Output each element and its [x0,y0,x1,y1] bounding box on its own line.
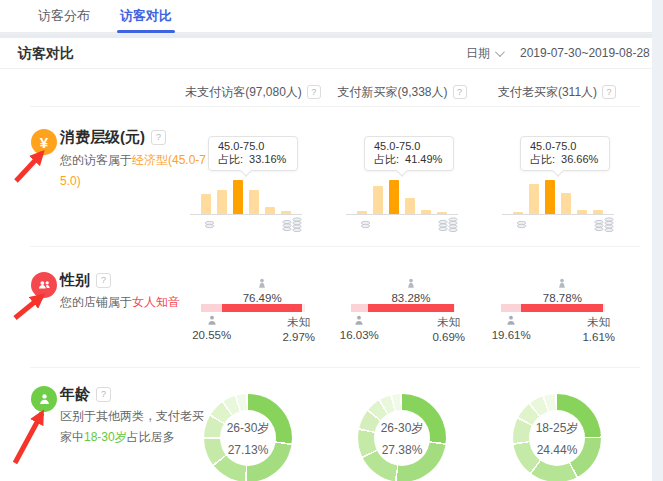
male-stat: 20.55% [192,314,231,341]
bar-chart[interactable] [346,178,458,215]
help-icon[interactable] [96,273,111,288]
coins-small-icon [360,220,371,229]
male-icon [492,314,531,328]
coins-small-icon [204,220,215,229]
section-title-gender: 性别 [60,271,111,290]
divider [30,106,640,107]
column-header-old-buyers: 支付老买家(311人) [477,84,637,101]
tab-visitor-comparison[interactable]: 访客对比 [120,0,172,33]
age-chart-unpaid[interactable]: 26-30岁 27.13% [204,394,292,481]
female-icon [243,277,282,291]
gender-chart-new-buyers[interactable]: 83.28% 16.03% 未知 0.69% [351,277,455,339]
section-desc-gender: 您的店铺属于女人知音 [60,292,212,313]
date-range-value: 2019-07-30~2019-08-28 [520,38,650,68]
chart-tooltip: 45.0-75.0 占比:41.49% [364,136,454,171]
chart-tooltip: 45.0-75.0 占比:36.66% [520,136,610,171]
donut-label: 26-30岁 27.13% [204,394,292,481]
unknown-stat: 未知 0.69% [432,315,465,344]
date-filter-dropdown[interactable]: 日期 [466,38,502,68]
help-icon[interactable] [453,85,467,99]
consumption-chart-unpaid[interactable]: 45.0-75.0 占比:33.16% [190,130,340,248]
male-stat: 16.03% [340,314,379,341]
age-chart-new-buyers[interactable]: 26-30岁 27.38% [358,394,446,481]
gender-bar [351,304,455,312]
chart-tooltip: 45.0-75.0 占比:33.16% [208,136,298,171]
section-title-consumption: 消费层级(元) [60,128,166,147]
visitor-comparison-page: 访客分布 访客对比 访客对比 日期 2019-07-30~2019-08-28 … [0,0,663,481]
tab-visitor-distribution[interactable]: 访客分布 [38,0,90,33]
person-age-icon [31,386,57,412]
help-icon[interactable] [602,85,616,99]
help-icon[interactable] [151,130,166,145]
coins-large-icon [594,217,615,232]
column-header-unpaid: 未支付访客(97,080人) [173,84,333,101]
gender-chart-unpaid[interactable]: 76.49% 20.55% 未知 2.97% [201,277,305,339]
female-icon [543,277,582,291]
coins-large-icon [282,217,303,232]
female-stat: 83.28% [391,277,430,304]
page-background-strip [652,0,663,481]
male-icon [340,314,379,328]
unknown-stat: 未知 2.97% [282,315,315,344]
coins-small-icon [516,220,527,229]
coins-large-icon [438,217,459,232]
female-icon [391,277,430,291]
donut-label: 26-30岁 27.38% [358,394,446,481]
consumption-chart-new-buyers[interactable]: 45.0-75.0 占比:41.49% [346,130,496,248]
gender-bar [201,304,305,312]
gender-chart-old-buyers[interactable]: 78.78% 19.61% 未知 1.61% [501,277,605,339]
gender-people-icon [31,272,57,298]
male-stat: 19.61% [492,314,531,341]
tab-bar: 访客分布 访客对比 [0,0,652,33]
help-icon[interactable] [96,387,111,402]
age-chart-old-buyers[interactable]: 18-25岁 24.44% [513,394,601,481]
bar-chart[interactable] [190,178,302,215]
unknown-stat: 未知 1.61% [582,315,615,344]
divider [30,367,640,368]
column-header-new-buyers: 支付新买家(9,338人) [322,84,482,101]
male-icon [192,314,231,328]
bar-chart[interactable] [502,178,614,215]
card-header: 访客对比 日期 2019-07-30~2019-08-28 [0,38,652,69]
currency-yen-icon [31,129,57,155]
female-stat: 76.49% [243,277,282,304]
female-stat: 78.78% [543,277,582,304]
chevron-down-icon [495,47,505,57]
gender-bar [501,304,605,312]
consumption-chart-old-buyers[interactable]: 45.0-75.0 占比:36.66% [502,130,652,248]
page-title: 访客对比 [18,38,74,68]
section-desc-age: 区别于其他两类，支付老买家中18-30岁占比居多 [60,406,212,448]
help-icon[interactable] [307,85,321,99]
donut-label: 18-25岁 24.44% [513,394,601,481]
section-title-age: 年龄 [60,385,111,404]
